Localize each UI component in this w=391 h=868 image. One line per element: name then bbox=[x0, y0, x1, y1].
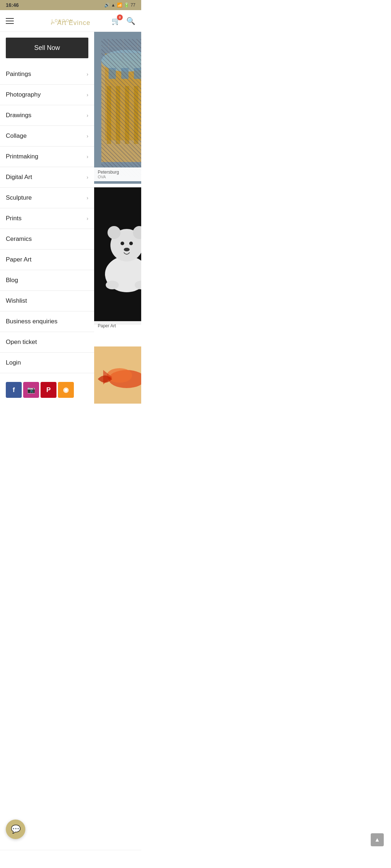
svg-rect-11 bbox=[134, 68, 141, 79]
chevron-right-icon: › bbox=[87, 154, 88, 159]
logo-text: Art Evince bbox=[57, 19, 91, 27]
svg-point-20 bbox=[108, 226, 121, 239]
artwork-artist-1: OVA bbox=[98, 175, 141, 179]
bluetooth-icon: 🔊 bbox=[104, 3, 110, 8]
menu-label-sculpture: Sculpture bbox=[6, 194, 32, 201]
menu-item-login[interactable]: Login bbox=[0, 353, 94, 373]
main-content: Sell Now Paintings›Photography›Drawings›… bbox=[0, 32, 141, 404]
header: ⌐ Art Evince LONDON 🛒 0 🔍 bbox=[0, 10, 141, 32]
wifi-icon: ▲ bbox=[111, 3, 115, 8]
logo[interactable]: ⌐ Art Evince LONDON bbox=[52, 19, 74, 23]
menu-link-prints[interactable]: Prints› bbox=[0, 208, 94, 229]
painting-svg bbox=[94, 32, 141, 184]
hamburger-menu[interactable] bbox=[6, 18, 14, 24]
menu-item-drawings[interactable]: Drawings› bbox=[0, 105, 94, 126]
rss-link[interactable]: ◉ bbox=[58, 382, 74, 398]
right-panel: Petersburg OVA ♡ 0 bbox=[94, 32, 141, 404]
menu-label-digital-art: Digital Art bbox=[6, 174, 32, 181]
svg-rect-9 bbox=[109, 68, 116, 79]
menu-item-business-enquiries[interactable]: Business enquiries bbox=[0, 311, 94, 332]
battery-icon: 🔋 bbox=[124, 3, 129, 8]
menu-item-open-ticket[interactable]: Open ticket bbox=[0, 332, 94, 353]
facebook-icon: f bbox=[13, 386, 15, 394]
menu-label-paper-art: Paper Art bbox=[6, 256, 31, 263]
menu-link-printmaking[interactable]: Printmaking› bbox=[0, 146, 94, 167]
menu-label-business-enquiries: Business enquiries bbox=[6, 318, 58, 325]
instagram-link[interactable]: 📷 bbox=[23, 382, 39, 398]
pinterest-link[interactable]: P bbox=[41, 382, 56, 398]
menu-link-wishlist[interactable]: Wishlist bbox=[0, 291, 94, 311]
svg-rect-2 bbox=[105, 54, 141, 140]
rss-icon: ◉ bbox=[63, 386, 69, 394]
menu-item-prints[interactable]: Prints› bbox=[0, 208, 94, 229]
menu-label-printmaking: Printmaking bbox=[6, 153, 38, 160]
svg-rect-4 bbox=[107, 86, 111, 144]
svg-rect-10 bbox=[121, 68, 129, 79]
menu-item-ceramics[interactable]: Ceramics bbox=[0, 229, 94, 250]
menu-link-business-enquiries[interactable]: Business enquiries bbox=[0, 311, 94, 332]
menu-item-digital-art[interactable]: Digital Art› bbox=[0, 167, 94, 188]
artwork-image-1 bbox=[94, 32, 141, 184]
menu-link-collage[interactable]: Collage› bbox=[0, 126, 94, 146]
artwork-caption-2: Paper Art bbox=[94, 321, 141, 331]
artwork-image-3 bbox=[94, 346, 141, 404]
sidebar: Sell Now Paintings›Photography›Drawings›… bbox=[0, 32, 94, 404]
header-right: 🛒 0 🔍 bbox=[112, 17, 135, 25]
cart-button[interactable]: 🛒 0 bbox=[112, 17, 121, 25]
menu-link-open-ticket[interactable]: Open ticket bbox=[0, 332, 94, 352]
svg-rect-7 bbox=[134, 86, 138, 144]
sell-now-button[interactable]: Sell Now bbox=[6, 38, 88, 58]
chevron-right-icon: › bbox=[87, 133, 88, 139]
chevron-right-icon: › bbox=[87, 112, 88, 118]
menu-item-printmaking[interactable]: Printmaking› bbox=[0, 146, 94, 167]
svg-point-23 bbox=[129, 242, 133, 245]
search-icon[interactable]: 🔍 bbox=[126, 17, 135, 25]
menu-link-sculpture[interactable]: Sculpture› bbox=[0, 188, 94, 208]
svg-point-24 bbox=[124, 248, 130, 251]
menu-item-paper-art[interactable]: Paper Art bbox=[0, 250, 94, 270]
menu-item-sculpture[interactable]: Sculpture› bbox=[0, 188, 94, 208]
menu-label-prints: Prints bbox=[6, 215, 21, 222]
menu-link-paper-art[interactable]: Paper Art bbox=[0, 250, 94, 270]
menu-label-login: Login bbox=[6, 359, 21, 366]
menu-label-paintings: Paintings bbox=[6, 71, 31, 78]
svg-point-25 bbox=[106, 281, 119, 289]
status-time: 16:46 bbox=[6, 2, 19, 8]
status-icons: 🔊 ▲ 📶 🔋 77 bbox=[104, 3, 135, 8]
logo-icon: ⌐ bbox=[51, 19, 55, 27]
svg-rect-5 bbox=[116, 86, 120, 144]
menu-item-wishlist[interactable]: Wishlist bbox=[0, 291, 94, 311]
menu-list: Paintings›Photography›Drawings›Collage›P… bbox=[0, 64, 94, 373]
chevron-right-icon: › bbox=[87, 174, 88, 180]
menu-link-digital-art[interactable]: Digital Art› bbox=[0, 167, 94, 187]
pinterest-icon: P bbox=[46, 386, 51, 394]
menu-item-collage[interactable]: Collage› bbox=[0, 126, 94, 146]
menu-link-paintings[interactable]: Paintings› bbox=[0, 64, 94, 84]
svg-rect-6 bbox=[125, 86, 129, 144]
menu-label-drawings: Drawings bbox=[6, 112, 31, 119]
svg-point-22 bbox=[121, 242, 124, 245]
artwork-caption-1: Petersburg OVA bbox=[94, 167, 141, 181]
chevron-right-icon: › bbox=[87, 195, 88, 201]
menu-link-blog[interactable]: Blog bbox=[0, 270, 94, 290]
svg-point-29 bbox=[107, 368, 132, 383]
social-footer: f 📷 P ◉ bbox=[0, 376, 94, 404]
menu-link-login[interactable]: Login bbox=[0, 353, 94, 373]
menu-label-open-ticket: Open ticket bbox=[6, 339, 37, 346]
battery-level: 77 bbox=[131, 3, 135, 8]
artwork-image-2 bbox=[94, 187, 141, 325]
instagram-icon: 📷 bbox=[27, 386, 35, 394]
fish-svg bbox=[94, 346, 141, 404]
svg-rect-0 bbox=[94, 32, 141, 184]
menu-link-ceramics[interactable]: Ceramics bbox=[0, 229, 94, 249]
menu-label-blog: Blog bbox=[6, 277, 18, 284]
menu-item-blog[interactable]: Blog bbox=[0, 270, 94, 291]
menu-item-paintings[interactable]: Paintings› bbox=[0, 64, 94, 85]
artwork-title-1: Petersburg bbox=[98, 170, 141, 175]
facebook-link[interactable]: f bbox=[6, 382, 22, 398]
menu-link-drawings[interactable]: Drawings› bbox=[0, 105, 94, 125]
menu-link-photography[interactable]: Photography› bbox=[0, 85, 94, 105]
svg-point-3 bbox=[101, 50, 141, 72]
menu-item-photography[interactable]: Photography› bbox=[0, 85, 94, 105]
artwork-title-2: Paper Art bbox=[98, 323, 141, 328]
